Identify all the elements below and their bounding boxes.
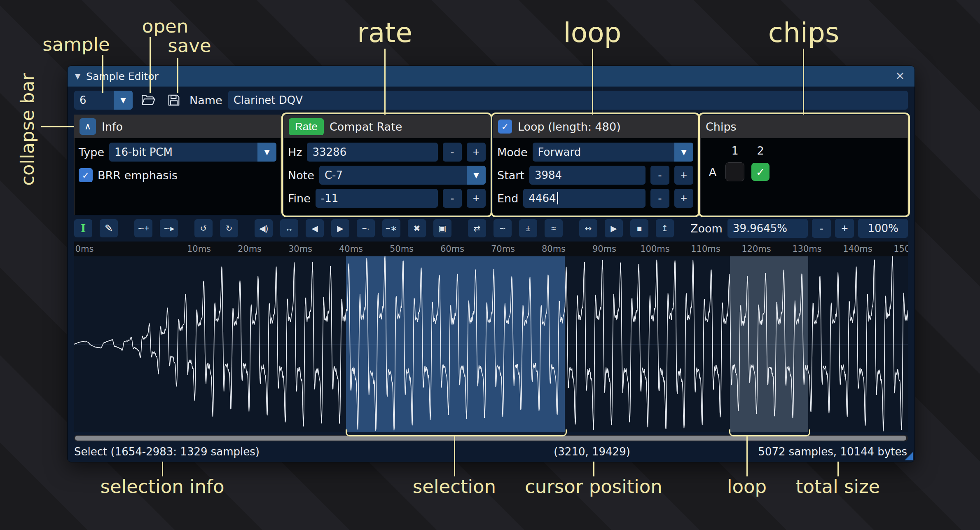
- insert-silence-button[interactable]: −·: [357, 219, 375, 237]
- trim-button[interactable]: ▣: [433, 219, 451, 237]
- close-button[interactable]: ✕: [893, 69, 907, 83]
- delete-button[interactable]: ✖: [408, 219, 426, 237]
- open-button[interactable]: [138, 91, 158, 110]
- ruler-label: 90ms: [592, 244, 616, 254]
- chevron-down-icon: ▼: [257, 143, 276, 162]
- rate-panel-header: Rate Compat Rate: [284, 115, 490, 138]
- type-dropdown[interactable]: 16-bit PCM ▼: [109, 143, 276, 162]
- annotation-selection-label: selection: [413, 476, 496, 497]
- hz-field[interactable]: 33286: [307, 143, 438, 162]
- name-label: Name: [189, 94, 222, 107]
- fade-out-button[interactable]: ▶: [331, 219, 349, 237]
- zoom-label: Zoom: [690, 222, 723, 235]
- zoom-100-label: 100%: [868, 222, 898, 235]
- loop-enable-checkbox[interactable]: ✓: [498, 120, 512, 134]
- zoom-field[interactable]: 39.9645%: [727, 219, 808, 238]
- apply-silence-button[interactable]: −∗: [382, 219, 400, 237]
- fine-field[interactable]: -11: [316, 189, 438, 208]
- hz-decrement-button[interactable]: -: [443, 143, 462, 162]
- note-dropdown[interactable]: C-7 ▼: [319, 166, 486, 185]
- ruler-label: 70ms: [491, 244, 515, 254]
- export-sample-button[interactable]: ↥: [656, 219, 674, 237]
- annotation-collapse-bar-label: collapse bar: [16, 73, 38, 186]
- chips-panel: Chips 1 2 A ✓: [700, 115, 908, 215]
- undo-button[interactable]: ↺: [194, 219, 213, 237]
- normalize-button[interactable]: ↔: [280, 219, 298, 237]
- amplify-button[interactable]: ◀): [255, 219, 273, 237]
- chip-a1-checkbox[interactable]: [725, 162, 744, 181]
- annotation-total-size-label: total size: [796, 476, 880, 497]
- chevron-down-icon: ▼: [674, 143, 693, 162]
- fade-in-button[interactable]: ◀: [306, 219, 324, 237]
- dc-offset-button[interactable]: ±: [519, 219, 537, 237]
- loop-start-value: 3984: [535, 169, 562, 181]
- annotation-cursor-position-label: cursor position: [525, 476, 662, 497]
- fine-increment-button[interactable]: +: [467, 189, 486, 208]
- waveform-display[interactable]: [74, 256, 908, 432]
- draw-tool-button[interactable]: ✎: [100, 219, 118, 237]
- loop-end-decrement-button[interactable]: -: [650, 189, 669, 208]
- collapse-info-button[interactable]: ∧: [80, 118, 96, 135]
- loop-mode-value: Forward: [533, 143, 674, 162]
- note-label: Note: [288, 169, 314, 182]
- fine-decrement-button[interactable]: -: [443, 189, 462, 208]
- sample-editor-window: ▼ Sample Editor ✕ 6 ▼: [67, 66, 915, 462]
- invert-button[interactable]: ∼: [494, 219, 512, 237]
- loop-panel-header: ✓ Loop (length: 480): [493, 115, 697, 138]
- scrollbar-thumb[interactable]: [75, 436, 906, 441]
- annotation-total-size-line: [837, 462, 839, 476]
- loop-start-field[interactable]: 3984: [529, 166, 646, 185]
- brr-emphasis-checkbox[interactable]: ✓: [79, 168, 93, 182]
- cursor-position-text: (3210, 19429): [554, 446, 630, 458]
- loop-end-value: 4464: [529, 192, 556, 204]
- waveform-svg[interactable]: [74, 256, 908, 432]
- loop-start-decrement-button[interactable]: -: [650, 166, 669, 185]
- type-label: Type: [79, 146, 104, 159]
- rate-panel: Rate Compat Rate Hz 33286 - + Note: [283, 115, 490, 215]
- annotation-loop-label: loop: [564, 17, 622, 49]
- ruler-label: 20ms: [238, 244, 262, 254]
- annotation-selection-info-label: selection info: [101, 476, 225, 497]
- sample-selector[interactable]: 6 ▼: [74, 91, 133, 110]
- stop-preview-button[interactable]: ■: [630, 219, 648, 237]
- ruler-label: 130ms: [792, 244, 821, 254]
- loop-panel-title: Loop (length: 480): [518, 120, 621, 133]
- note-dropdown-value: C-7: [319, 166, 467, 185]
- sample-selector-value: 6: [74, 91, 114, 110]
- hz-field-value: 33286: [312, 146, 346, 158]
- text-cursor: [557, 192, 558, 204]
- name-field[interactable]: Clarinet DQV: [228, 91, 908, 110]
- horizontal-scrollbar[interactable]: [74, 435, 908, 441]
- rate-button[interactable]: Rate: [289, 118, 324, 135]
- zoom-in-button[interactable]: +: [835, 219, 854, 238]
- titlebar[interactable]: ▼ Sample Editor ✕: [68, 66, 915, 87]
- redo-button[interactable]: ↻: [220, 219, 238, 237]
- type-dropdown-value: 16-bit PCM: [109, 143, 257, 162]
- reverse-button[interactable]: ⇄: [468, 219, 486, 237]
- loop-end-increment-button[interactable]: +: [674, 189, 693, 208]
- ruler-label: 60ms: [440, 244, 464, 254]
- window-collapse-icon[interactable]: ▼: [75, 72, 80, 80]
- filter-button[interactable]: ≈: [545, 219, 563, 237]
- total-size-text: 5072 samples, 10144 bytes: [758, 446, 907, 458]
- zoom-100-button[interactable]: 100%: [858, 219, 908, 238]
- header-controls-row: 6 ▼ Name Clarinet DQV: [68, 87, 915, 114]
- hz-increment-button[interactable]: +: [467, 143, 486, 162]
- toolbar-group: ↺↻: [194, 219, 238, 237]
- chevron-down-icon: ▼: [467, 166, 486, 185]
- loop-end-field[interactable]: 4464: [523, 189, 646, 208]
- window-resize-grip[interactable]: [905, 452, 913, 460]
- loop-start-increment-button[interactable]: +: [674, 166, 693, 185]
- resample-button[interactable]: ∼▸: [160, 219, 178, 237]
- ruler-label: 50ms: [390, 244, 414, 254]
- select-tool-button[interactable]: I: [74, 219, 92, 237]
- selection-info-text: Select (1654-2983: 1329 samples): [74, 446, 260, 458]
- save-button[interactable]: [164, 91, 184, 110]
- loop-mode-dropdown[interactable]: Forward ▼: [533, 143, 693, 162]
- zoom-out-button[interactable]: -: [812, 219, 831, 238]
- resize-button[interactable]: ∼+: [134, 219, 152, 237]
- preview-button[interactable]: ▶: [605, 219, 623, 237]
- toolbar-group: ⇄∼±≈: [468, 219, 563, 237]
- chip-a2-checkbox[interactable]: ✓: [751, 163, 769, 181]
- swap-channels-button[interactable]: ↭: [579, 219, 597, 237]
